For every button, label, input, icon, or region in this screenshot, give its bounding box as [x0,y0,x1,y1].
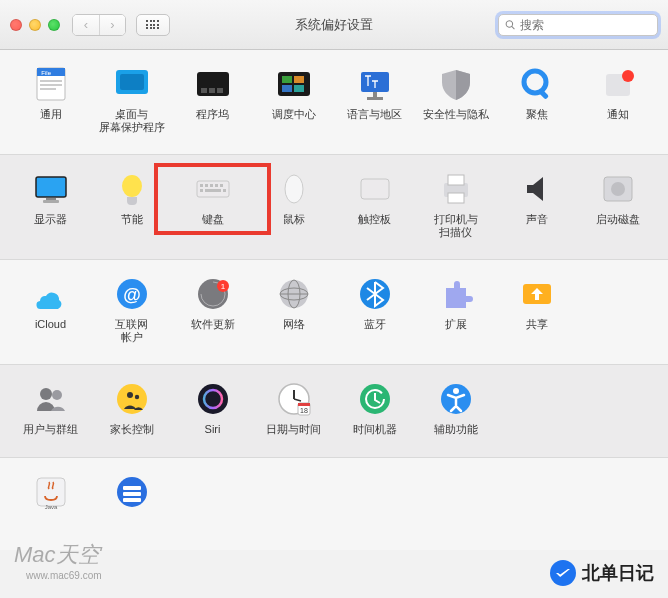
prefs-row-2: 显示器 节能 键盘 鼠标 触控板 打印机与 扫描仪 声音 [0,155,668,260]
pref-users-groups[interactable]: 用户与群组 [10,379,91,437]
pref-notifications[interactable]: 通知 [577,64,658,134]
pref-keyboard[interactable]: 键盘 [172,169,253,239]
svg-rect-11 [217,88,223,93]
back-button[interactable]: ‹ [73,15,99,35]
svg-point-56 [40,388,52,400]
search-input[interactable] [520,18,651,32]
pref-security[interactable]: 安全性与隐私 [415,64,496,134]
accessibility-icon [436,379,476,419]
pref-bluetooth[interactable]: 蓝牙 [334,274,415,344]
close-button[interactable] [10,19,22,31]
spotlight-icon [517,64,557,104]
svg-rect-19 [367,97,383,100]
pref-internet-accounts[interactable]: @ 互联网 帐户 [91,274,172,344]
pref-ntfs[interactable] [91,472,172,530]
pref-extensions[interactable]: 扩展 [415,274,496,344]
pref-java[interactable]: Java Java [10,472,91,530]
pref-trackpad[interactable]: 触控板 [334,169,415,239]
bluetooth-icon [355,274,395,314]
pref-network[interactable]: 网络 [253,274,334,344]
zoom-button[interactable] [48,19,60,31]
brand-badge: 北单日记 [550,560,654,586]
time-machine-icon [355,379,395,419]
minimize-button[interactable] [29,19,41,31]
pref-label: 语言与地区 [347,108,402,122]
svg-rect-77 [123,492,141,496]
svg-rect-30 [200,184,203,187]
startup-disk-icon [598,169,638,209]
mouse-icon [274,169,314,209]
search-icon [505,19,516,31]
pref-sharing[interactable]: 共享 [496,274,577,344]
svg-point-23 [622,70,634,82]
pref-mouse[interactable]: 鼠标 [253,169,334,239]
prefs-row-1: File 通用 桌面与 屏幕保护程序 程序坞 调度中心 语言与地区 安全性与隐私 [0,50,668,155]
pref-mission-control[interactable]: 调度中心 [253,64,334,134]
pref-label: 调度中心 [272,108,316,122]
svg-point-38 [285,175,303,203]
pref-accessibility[interactable]: 辅助功能 [415,379,496,437]
pref-language[interactable]: 语言与地区 [334,64,415,134]
brand-logo-icon [550,560,576,586]
pref-dock[interactable]: 程序坞 [172,64,253,134]
svg-rect-73 [37,478,65,506]
svg-text:18: 18 [300,407,308,414]
svg-text:1: 1 [220,282,225,291]
svg-rect-36 [205,189,221,192]
svg-rect-7 [120,74,144,90]
show-all-button[interactable] [136,14,170,36]
pref-time-machine[interactable]: 时间机器 [334,379,415,437]
pref-label: 网络 [283,318,305,332]
svg-rect-42 [448,193,464,203]
pref-parental-controls[interactable]: 家长控制 [91,379,172,437]
svg-point-20 [524,71,546,93]
svg-rect-34 [220,184,223,187]
pref-label: 互联网 帐户 [115,318,148,344]
pref-label: 触控板 [358,213,391,227]
users-groups-icon [31,379,71,419]
pref-software-update[interactable]: 1 软件更新 [172,274,253,344]
watermark-url: www.mac69.com [26,570,102,581]
svg-rect-39 [361,179,389,199]
pref-siri[interactable]: Siri [172,379,253,437]
window-controls [10,19,60,31]
toolbar: ‹ › 系统偏好设置 [0,0,668,50]
displays-icon [31,169,71,209]
pref-energy[interactable]: 节能 [91,169,172,239]
pref-label: 软件更新 [191,318,235,332]
svg-rect-33 [215,184,218,187]
svg-text:File: File [41,70,51,76]
printers-icon [436,169,476,209]
pref-sound[interactable]: 声音 [496,169,577,239]
pref-date-time[interactable]: 18 日期与时间 [253,379,334,437]
software-update-icon: 1 [193,274,233,314]
svg-point-72 [453,388,459,394]
svg-rect-3 [40,80,62,82]
pref-label: 键盘 [202,213,224,227]
svg-rect-9 [201,88,207,93]
svg-point-61 [198,384,228,414]
svg-rect-41 [448,175,464,185]
svg-point-28 [122,175,142,197]
pref-desktop[interactable]: 桌面与 屏幕保护程序 [91,64,172,134]
nav-segment: ‹ › [72,14,126,36]
pref-label: 程序坞 [196,108,229,122]
pref-label: 通用 [40,108,62,122]
pref-label: 共享 [526,318,548,332]
svg-rect-78 [123,498,141,502]
java-icon: Java [31,472,71,512]
pref-spotlight[interactable]: 聚焦 [496,64,577,134]
pref-startup-disk[interactable]: 启动磁盘 [577,169,658,239]
search-field[interactable] [498,14,658,36]
pref-label: 聚焦 [526,108,548,122]
pref-printers[interactable]: 打印机与 扫描仪 [415,169,496,239]
pref-label: 辅助功能 [434,423,478,437]
pref-icloud[interactable]: iCloud [10,274,91,344]
svg-rect-67 [298,403,310,406]
security-icon [436,64,476,104]
prefs-row-3: iCloud @ 互联网 帐户 1 软件更新 网络 蓝牙 扩展 共享 [0,260,668,365]
sharing-icon [517,274,557,314]
pref-displays[interactable]: 显示器 [10,169,91,239]
forward-button[interactable]: › [99,15,125,35]
pref-general[interactable]: File 通用 [10,64,91,134]
